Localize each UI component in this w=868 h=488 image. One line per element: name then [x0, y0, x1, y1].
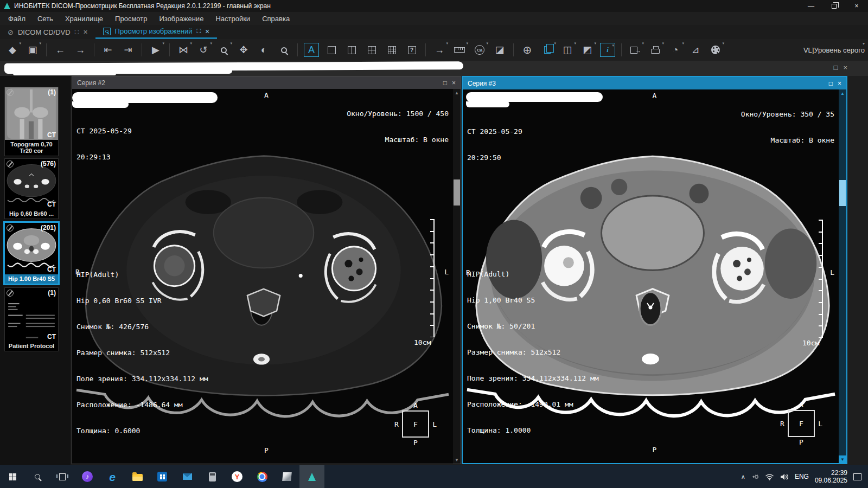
layout-3x3-button[interactable] [382, 41, 401, 59]
series-info-line: Поле зрения: 334.112x334.112 мм [467, 374, 599, 383]
expand-tab-icon[interactable]: ⛶ [196, 28, 201, 35]
yandex-browser-app[interactable]: Y [225, 465, 250, 488]
tab-dicom-cd[interactable]: ⊘ DICOM CD/DVD ⛶ × [0, 25, 95, 39]
export-button[interactable] [626, 41, 644, 59]
photos-app[interactable] [275, 465, 299, 488]
play-cine-button[interactable]: ▶ [146, 41, 165, 59]
close-button[interactable]: × [845, 0, 868, 12]
volume-3d-button[interactable]: ◆ [3, 41, 22, 59]
layout-2x2-button[interactable] [362, 41, 381, 59]
viewport-maximize-button[interactable]: □ [829, 80, 833, 87]
calculator-app[interactable] [200, 465, 225, 488]
localizer-button[interactable]: ⊕ [518, 41, 537, 59]
yandex-music-app[interactable]: ♪ [75, 465, 100, 488]
scroll-thumb[interactable] [839, 180, 846, 206]
image-scrollbar[interactable]: ▲ ▼ [839, 89, 846, 463]
measure-button[interactable] [450, 41, 469, 59]
action-center-icon[interactable] [853, 473, 861, 480]
taskbar-clock[interactable]: 22:39 09.06.2025 [815, 469, 847, 484]
eraser-button[interactable]: ◪ [490, 41, 509, 59]
microsoft-store-app[interactable] [150, 465, 175, 488]
viewport-header[interactable]: Серия #3 □ × [463, 77, 846, 89]
close-tab-icon[interactable]: × [83, 28, 87, 36]
split-sync-button[interactable]: ◫ [558, 41, 577, 59]
viewport-header[interactable]: Серия #2 □ × [72, 76, 461, 89]
mail-app[interactable] [175, 465, 200, 488]
layout-1x2-button[interactable] [342, 41, 361, 59]
chrome-app[interactable] [250, 465, 275, 488]
scroll-down-button[interactable]: ▼ [839, 455, 846, 463]
invert-button[interactable]: ◐ [254, 41, 273, 59]
power-plug-icon[interactable] [751, 473, 759, 480]
viewport-canvas[interactable]: CT 2025-05-29 20:29:50 A Окно/Уровень: 3… [463, 89, 846, 463]
menu-file[interactable]: Файл [2, 15, 31, 23]
viewport-series-3[interactable]: Серия #3 □ × [462, 76, 847, 464]
image-info-button[interactable]: i [600, 43, 615, 57]
scroll-up-button[interactable]: ▲ [839, 89, 846, 97]
file-explorer-app[interactable] [125, 465, 150, 488]
burn-session-button[interactable]: ◔ [666, 41, 685, 59]
scroll-thumb[interactable] [454, 179, 460, 206]
viewport-close-button[interactable]: × [452, 79, 456, 87]
scroll-up-button[interactable]: ▲ [453, 89, 461, 97]
restore-button[interactable] [822, 0, 845, 12]
menu-view[interactable]: Просмотр [109, 15, 153, 23]
viewport-series-2[interactable]: Серия #2 □ × [72, 76, 461, 464]
menu-settings[interactable]: Настройки [209, 15, 256, 23]
scroll-down-button[interactable]: ▼ [453, 456, 461, 464]
mail-icon [183, 473, 192, 480]
image-scrollbar[interactable]: ▲ ▼ [453, 89, 461, 464]
window-level-text: Окно/Уровень: 1500 / 450 [347, 110, 449, 118]
color-palette-button[interactable] [706, 41, 725, 59]
viewport-canvas[interactable]: CT 2025-05-29 20:29:13 A Окно/Уровень: 1… [72, 89, 461, 464]
arrow-annotation-button[interactable]: → [430, 41, 449, 59]
series-thumbnail: (1) CT [5, 87, 58, 140]
viewport-close-button[interactable]: × [838, 80, 841, 87]
panel-close-button[interactable]: × [843, 63, 847, 72]
edge-app[interactable]: e [100, 465, 125, 488]
window-preset-dropdown[interactable]: VL]Уровень серого [803, 41, 865, 59]
start-button[interactable] [0, 465, 25, 488]
calcium-score-button[interactable]: Ca [470, 41, 489, 59]
series-card-patient-protocol[interactable]: (1) CT Patient Protocol [4, 287, 59, 351]
voi-lut-button[interactable]: ◩ [578, 41, 597, 59]
mpr-button[interactable]: ▣ [23, 41, 42, 59]
close-tab-icon[interactable]: × [205, 27, 209, 36]
tab-image-view[interactable]: Просмотр изображений ⛶ × [95, 25, 218, 39]
layout-1x1-button[interactable] [322, 41, 341, 59]
inobitec-app-active[interactable] [299, 465, 324, 488]
flip-button[interactable]: ⋈ [174, 41, 193, 59]
viewport-title: Серия #2 [77, 79, 105, 87]
previous-image-button[interactable]: ← [51, 41, 69, 59]
first-image-button[interactable]: ⇤ [99, 41, 117, 59]
menu-image[interactable]: Изображение [153, 15, 209, 23]
link-series-button[interactable] [538, 41, 557, 59]
wifi-icon[interactable] [765, 473, 774, 480]
task-view-button[interactable] [50, 465, 75, 488]
menu-help[interactable]: Справка [256, 15, 296, 23]
series-card-topogram[interactable]: (1) CT Topogram 0,70 Tr20 cor [4, 87, 59, 156]
series-card-hip-060[interactable]: (576) CT Hip 0,60 Br60 ... [4, 158, 59, 219]
annotations-toggle-button[interactable]: A [304, 43, 319, 57]
taskbar-search-button[interactable] [25, 465, 50, 488]
tray-chevron-icon[interactable]: ∧ [741, 473, 745, 480]
minimize-button[interactable]: — [800, 0, 822, 12]
series-card-hip-100-selected[interactable]: (201) CT Hip 1.00 Br40 S5 [3, 221, 60, 285]
orientation-cube: F A P R L [788, 410, 815, 437]
viewport-maximize-button[interactable]: □ [443, 79, 447, 87]
menu-storage[interactable]: Хранилище [59, 15, 109, 23]
print-button[interactable] [646, 41, 665, 59]
window-level-button[interactable] [275, 41, 293, 59]
last-image-button[interactable]: ⇥ [119, 41, 137, 59]
layout-custom-button[interactable]: ? [403, 41, 421, 59]
zoom-button[interactable] [214, 41, 233, 59]
rotate-button[interactable]: ↺ [194, 41, 213, 59]
pan-button[interactable]: ✥ [234, 41, 253, 59]
speaker-icon[interactable] [780, 473, 789, 480]
language-indicator[interactable]: ENG [795, 473, 809, 480]
menu-network[interactable]: Сеть [31, 15, 59, 23]
histogram-button[interactable]: ⊿ [686, 41, 705, 59]
expand-tab-icon[interactable]: ⛶ [75, 29, 79, 36]
next-image-button[interactable]: → [71, 41, 90, 59]
panel-maximize-button[interactable]: □ [834, 63, 838, 72]
